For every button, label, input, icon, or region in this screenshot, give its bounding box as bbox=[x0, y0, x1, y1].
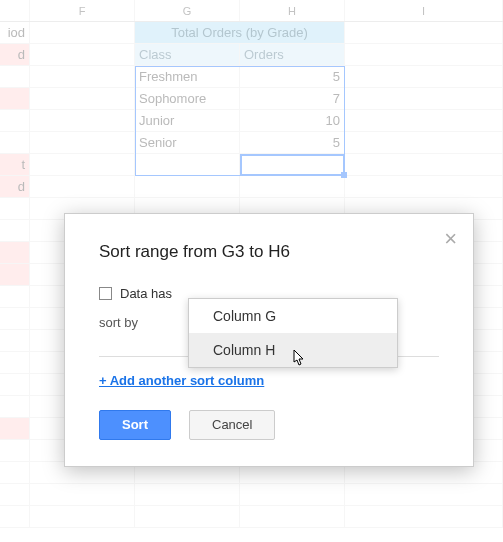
colheader-G[interactable]: G bbox=[135, 0, 240, 21]
table-row[interactable]: 5 bbox=[240, 132, 345, 154]
cell[interactable] bbox=[240, 506, 345, 528]
sort-button[interactable]: Sort bbox=[99, 410, 171, 440]
cancel-button[interactable]: Cancel bbox=[189, 410, 275, 440]
cell-stub[interactable]: d bbox=[0, 44, 30, 66]
sortby-column-dropdown: Column G Column H bbox=[188, 298, 398, 368]
dialog-buttons: Sort Cancel bbox=[99, 410, 439, 440]
add-sort-column-link[interactable]: + Add another sort column bbox=[99, 373, 264, 388]
cell[interactable] bbox=[0, 330, 30, 352]
cell[interactable] bbox=[30, 132, 135, 154]
table-row[interactable]: Senior bbox=[135, 132, 240, 154]
cell-stub[interactable]: t bbox=[0, 154, 30, 176]
cell[interactable] bbox=[30, 154, 135, 176]
cell[interactable] bbox=[345, 44, 503, 66]
table-header-class[interactable]: Class bbox=[135, 44, 240, 66]
cell[interactable] bbox=[345, 176, 503, 198]
cell[interactable] bbox=[30, 110, 135, 132]
cell[interactable] bbox=[0, 374, 30, 396]
data-has-header-checkbox[interactable] bbox=[99, 287, 112, 300]
cell-stub[interactable] bbox=[0, 132, 30, 154]
cell[interactable] bbox=[0, 220, 30, 242]
table-header-orders[interactable]: Orders bbox=[240, 44, 345, 66]
cell[interactable] bbox=[345, 66, 503, 88]
dialog-title: Sort range from G3 to H6 bbox=[99, 242, 439, 262]
checkbox-label: Data has bbox=[120, 286, 172, 301]
close-icon[interactable]: × bbox=[444, 228, 457, 250]
sortby-label: sort by bbox=[99, 315, 169, 330]
cell[interactable] bbox=[0, 506, 30, 528]
colheader-I[interactable]: I bbox=[345, 0, 503, 21]
table-row[interactable]: 10 bbox=[240, 110, 345, 132]
dropdown-option-column-g[interactable]: Column G bbox=[189, 299, 397, 333]
cell[interactable] bbox=[0, 198, 30, 220]
cell[interactable] bbox=[135, 506, 240, 528]
column-headers: F G H I bbox=[0, 0, 503, 22]
cell[interactable] bbox=[240, 154, 345, 176]
cell[interactable] bbox=[30, 176, 135, 198]
colheader-F[interactable]: F bbox=[30, 0, 135, 21]
cell[interactable] bbox=[30, 484, 135, 506]
cell[interactable] bbox=[0, 396, 30, 418]
table-row[interactable]: 5 bbox=[240, 66, 345, 88]
dropdown-option-column-h[interactable]: Column H bbox=[189, 333, 397, 367]
table-row[interactable]: 7 bbox=[240, 88, 345, 110]
cell[interactable] bbox=[30, 88, 135, 110]
cell[interactable] bbox=[345, 110, 503, 132]
cell[interactable] bbox=[240, 176, 345, 198]
table-title-cell[interactable]: Total Orders (by Grade) bbox=[135, 22, 345, 44]
cell[interactable] bbox=[30, 44, 135, 66]
cell[interactable] bbox=[135, 176, 240, 198]
cell[interactable] bbox=[0, 286, 30, 308]
cell[interactable] bbox=[345, 154, 503, 176]
cell[interactable] bbox=[0, 418, 30, 440]
cell[interactable] bbox=[0, 440, 30, 462]
cell-stub[interactable] bbox=[0, 66, 30, 88]
cell[interactable] bbox=[240, 484, 345, 506]
cell-stub[interactable] bbox=[0, 110, 30, 132]
table-row[interactable]: Sophomore bbox=[135, 88, 240, 110]
cell[interactable] bbox=[30, 22, 135, 44]
cell-stub[interactable] bbox=[0, 88, 30, 110]
cell[interactable] bbox=[0, 264, 30, 286]
cell[interactable] bbox=[135, 154, 240, 176]
cell[interactable] bbox=[345, 484, 503, 506]
cell[interactable] bbox=[345, 506, 503, 528]
cell[interactable] bbox=[30, 506, 135, 528]
table-row[interactable]: Freshmen bbox=[135, 66, 240, 88]
table-row[interactable]: Junior bbox=[135, 110, 240, 132]
cell[interactable] bbox=[0, 242, 30, 264]
cell[interactable] bbox=[0, 308, 30, 330]
cell[interactable] bbox=[0, 462, 30, 484]
colheader-partial bbox=[0, 0, 30, 21]
cell[interactable] bbox=[135, 484, 240, 506]
colheader-H[interactable]: H bbox=[240, 0, 345, 21]
cell[interactable] bbox=[345, 132, 503, 154]
cell-stub[interactable]: d bbox=[0, 176, 30, 198]
cell[interactable] bbox=[0, 352, 30, 374]
cell[interactable] bbox=[345, 22, 503, 44]
cell[interactable] bbox=[0, 484, 30, 506]
cell[interactable] bbox=[345, 88, 503, 110]
cell[interactable] bbox=[30, 66, 135, 88]
cell-stub[interactable]: iod bbox=[0, 22, 30, 44]
